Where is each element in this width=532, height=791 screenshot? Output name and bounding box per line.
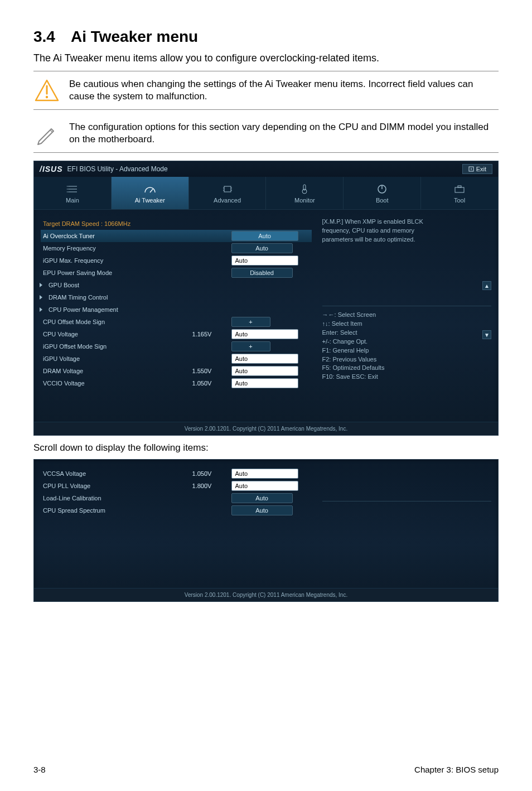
svg-line-12 (150, 189, 153, 192)
row-cpu-power-management[interactable]: CPU Power Management (41, 303, 312, 316)
caution-icon (33, 77, 60, 104)
exit-icon (468, 166, 474, 172)
row-epu-power-saving[interactable]: EPU Power Saving Mode Disabled (41, 267, 312, 279)
value-dram-voltage[interactable]: Auto (231, 366, 298, 376)
value-vccio-voltage[interactable]: Auto (231, 378, 298, 388)
caution-note: Be cautious when changing the settings o… (33, 71, 499, 110)
tab-advanced-label: Advanced (214, 197, 241, 204)
help-nav-4: +/-: Change Opt. (322, 337, 491, 346)
row-load-line-calibration[interactable]: Load-Line Calibration Auto (41, 492, 312, 504)
help-nav-2: ↑↓: Select Item (322, 320, 491, 329)
bios-footer-2: Version 2.00.1201. Copyright (C) 2011 Am… (34, 588, 498, 601)
dashboard-icon (144, 183, 156, 195)
tab-boot-label: Boot (376, 197, 389, 204)
value-igpu-max-frequency[interactable]: Auto (231, 255, 298, 266)
label-dram-voltage: DRAM Voltage (43, 368, 192, 374)
svg-point-18 (302, 189, 307, 194)
bios-titlebar: /ISUS EFI BIOS Utility - Advanced Mode E… (34, 161, 498, 177)
value-cpu-voltage[interactable]: Auto (231, 329, 298, 339)
scroll-down-button[interactable]: ▼ (482, 330, 491, 339)
value-ai-overclock-tuner[interactable]: Auto (231, 231, 298, 241)
tab-monitor-label: Monitor (294, 197, 315, 204)
bios-help-panel: [X.M.P.] When XMP is enabled BLCK freque… (316, 218, 491, 415)
tab-ai-tweaker-label: Ai Tweaker (135, 197, 165, 204)
bios-window-main: /ISUS EFI BIOS Utility - Advanced Mode E… (33, 161, 499, 436)
value-igpu-voltage[interactable]: Auto (231, 354, 298, 364)
svg-rect-23 (458, 186, 461, 187)
scroll-up-button[interactable]: ▲ (482, 281, 491, 290)
reading-dram-voltage: 1.550V (192, 368, 231, 374)
row-gpu-boost[interactable]: GPU Boost (41, 279, 312, 291)
tab-advanced[interactable]: Advanced (189, 177, 267, 209)
thermometer-icon (301, 183, 308, 195)
label-ai-overclock-tuner: Ai Overclock Tuner (43, 233, 192, 239)
label-vccsa-voltage: VCCSA Voltage (43, 470, 192, 477)
help-line-1: [X.M.P.] When XMP is enabled BLCK (322, 218, 491, 226)
tab-tool[interactable]: Tool (421, 177, 498, 209)
chip-icon (222, 183, 233, 195)
list-icon (67, 183, 78, 195)
info-note: The configuration options for this secti… (33, 114, 499, 153)
help-line-2: frequency, CPU ratio and memory (322, 226, 491, 235)
bios-settings-list-2: VCCSA Voltage 1.050V Auto CPU PLL Voltag… (41, 467, 316, 581)
section-number: 3.4 (33, 28, 55, 45)
value-epu-power-saving[interactable]: Disabled (231, 268, 293, 278)
row-cpu-voltage[interactable]: CPU Voltage 1.165V Auto (41, 328, 312, 340)
row-cpu-spread-spectrum[interactable]: CPU Spread Spectrum Auto (41, 504, 312, 517)
value-vccsa-voltage[interactable]: Auto (231, 469, 298, 479)
label-vccio-voltage: VCCIO Voltage (43, 380, 192, 387)
row-vccsa-voltage[interactable]: VCCSA Voltage 1.050V Auto (41, 467, 312, 480)
help-separator-2 (322, 501, 491, 501)
bios-brand: /ISUS (40, 165, 63, 173)
bios-settings-list: Target DRAM Speed : 1066MHz Ai Overclock… (41, 218, 316, 415)
value-memory-frequency[interactable]: Auto (231, 243, 293, 253)
row-igpu-max-frequency[interactable]: iGPU Max. Frequency Auto (41, 254, 312, 267)
value-igpu-offset-mode-sign[interactable]: + (231, 341, 270, 351)
help-nav-5: F1: General Help (322, 346, 491, 355)
bios-footer: Version 2.00.1201. Copyright (C) 2011 Am… (34, 422, 498, 435)
row-igpu-voltage[interactable]: iGPU Voltage Auto (41, 353, 312, 365)
row-memory-frequency[interactable]: Memory Frequency Auto (41, 242, 312, 254)
scroll-note: Scroll down to display the following ite… (33, 442, 499, 454)
tab-boot[interactable]: Boot (344, 177, 421, 209)
help-nav-7: F5: Optimized Defaults (322, 364, 491, 373)
help-separator (322, 306, 491, 306)
help-nav-1: →←: Select Screen (322, 311, 491, 320)
label-igpu-offset-mode-sign: iGPU Offset Mode Sign (43, 343, 192, 350)
reading-vccio-voltage: 1.050V (192, 380, 231, 387)
bios-window-scrolled: VCCSA Voltage 1.050V Auto CPU PLL Voltag… (33, 459, 499, 602)
help-line-3: parameters will be auto optimized. (322, 235, 491, 244)
row-cpu-pll-voltage[interactable]: CPU PLL Voltage 1.800V Auto (41, 480, 312, 492)
reading-cpu-voltage: 1.165V (192, 331, 231, 337)
svg-point-10 (67, 189, 67, 190)
page-footer: 3-8 Chapter 3: BIOS setup (33, 765, 499, 774)
label-cpu-voltage: CPU Voltage (43, 331, 192, 337)
label-target-dram: Target DRAM Speed : 1066MHz (43, 220, 192, 227)
value-cpu-spread-spectrum[interactable]: Auto (231, 505, 293, 515)
label-cpu-power-mgmt: CPU Power Management (49, 306, 192, 313)
tab-tool-label: Tool (454, 197, 465, 204)
caution-text: Be cautious when changing the settings o… (69, 77, 499, 103)
label-memory-frequency: Memory Frequency (43, 245, 192, 252)
tab-main[interactable]: Main (34, 177, 112, 209)
label-gpu-boost: GPU Boost (49, 282, 192, 288)
value-cpu-offset-mode-sign[interactable]: + (231, 317, 270, 327)
value-load-line-calibration[interactable]: Auto (231, 493, 293, 503)
bios-help-panel-2 (316, 467, 491, 581)
exit-button[interactable]: Exit (462, 164, 492, 174)
row-cpu-offset-mode-sign[interactable]: CPU Offset Mode Sign + (41, 316, 312, 328)
label-load-line-calibration: Load-Line Calibration (43, 495, 192, 501)
row-dram-timing-control[interactable]: DRAM Timing Control (41, 291, 312, 303)
tab-monitor[interactable]: Monitor (266, 177, 344, 209)
power-icon (377, 183, 387, 195)
tab-ai-tweaker[interactable]: Ai Tweaker (112, 177, 189, 209)
bios-subtitle: EFI BIOS Utility - Advanced Mode (67, 165, 168, 173)
row-igpu-offset-mode-sign[interactable]: iGPU Offset Mode Sign + (41, 340, 312, 353)
row-dram-voltage[interactable]: DRAM Voltage 1.550V Auto (41, 365, 312, 377)
value-cpu-pll-voltage[interactable]: Auto (231, 481, 298, 491)
label-igpu-voltage: iGPU Voltage (43, 355, 192, 362)
info-text: The configuration options for this secti… (69, 120, 499, 146)
row-ai-overclock-tuner[interactable]: Ai Overclock Tuner Auto (41, 230, 312, 242)
svg-point-11 (67, 191, 67, 192)
row-vccio-voltage[interactable]: VCCIO Voltage 1.050V Auto (41, 377, 312, 389)
